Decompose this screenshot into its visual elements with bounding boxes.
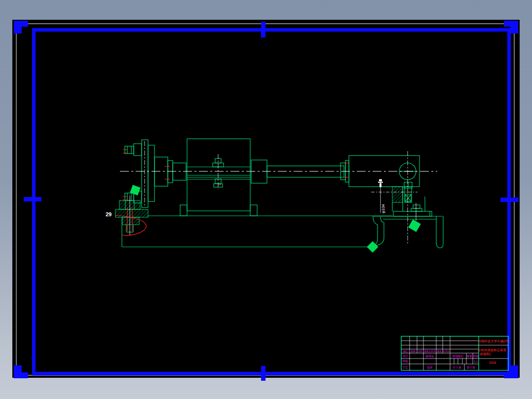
dimension-phi: φ104 [378,179,385,213]
label-process: 工艺 [403,366,409,369]
title-block: 标记 处数 分区 更改文件号 签名 年月日 设计 标准化 审核 工艺 批准 阶段… [401,336,510,370]
cad-viewer-window: { "colors": { "outside_top": "#8292a9", … [0,0,532,399]
label-approve: 批准 [427,366,433,369]
clamp-bolt-assembly [115,200,148,232]
corner-bracket-top-right [504,21,518,34]
rev-header-file: 更改文件号 [424,350,436,353]
frame-tick-left [24,197,41,201]
centerlines [120,141,437,244]
label-standardization: 标准化 [425,355,434,358]
selection-grip[interactable] [409,220,421,232]
rev-header-count: 处数 [410,350,416,353]
frame-tick-right [500,198,519,202]
corner-bracket-bottom-left [14,365,28,378]
paper-edge-line [16,24,514,375]
corner-bracket-top-left [14,21,28,34]
sheet-number: 第 1 张 [466,366,475,369]
frame-tick-top [261,22,266,38]
label-design: 设计 [403,355,409,358]
label-stage-mark: 阶段标记 [453,355,464,358]
label-check: 审核 [403,359,409,362]
machine-assembly-drawing: φ104 29 [106,139,443,252]
rev-header-sign: 签名 [437,350,441,353]
frame-tick-bottom [261,366,266,381]
flange-assembly [125,140,186,207]
cad-canvas[interactable]: φ104 29 [0,0,532,399]
part-number-label: 29 [106,211,112,217]
support-bracket [392,182,432,216]
drawing-frame [34,30,509,374]
drawing-year: 2004 [489,361,496,364]
label-scale: 比例 [473,355,479,358]
base-plate [122,216,443,248]
rev-header-mark: 标记 [402,350,408,353]
sheet-border-frame [14,21,519,381]
label-weight: 重量 [467,355,473,358]
gearbox-body [180,139,257,216]
scale-value: 1:1 [474,360,478,363]
dimension-label: φ104 [381,204,385,213]
drawing-title-line2: 俯视图) [480,352,491,356]
school-name: 河南科技大学车辆(05) [478,339,509,343]
drawing-title-line1: 拉绳传感器标定装置（ [478,348,510,352]
selection-grip[interactable] [130,185,141,196]
sheet-total: 共 1 张 [452,366,461,369]
rev-header-zone: 分区 [417,350,422,353]
rev-header-date: 年月日 [443,350,450,353]
